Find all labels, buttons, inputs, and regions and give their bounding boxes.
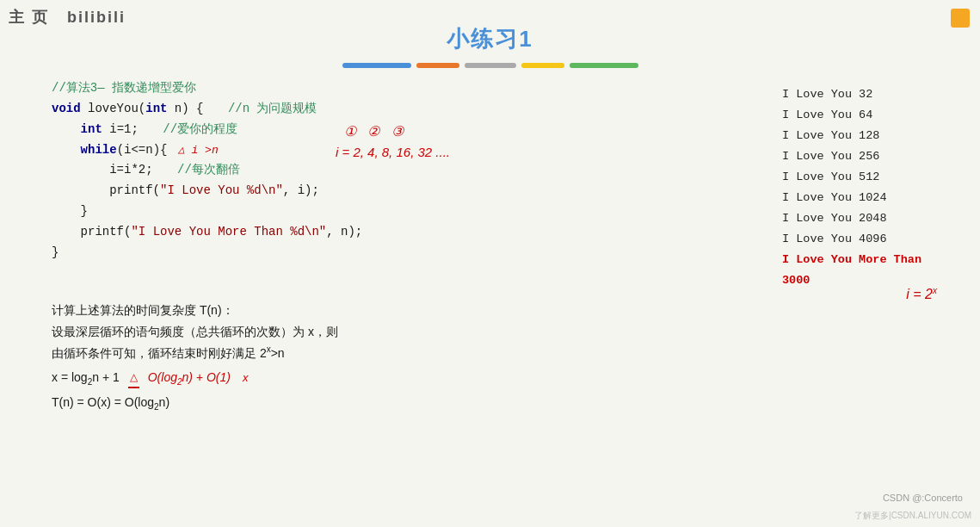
complexity-line3: 由循环条件可知，循环结束时刚好满足 2x>n (52, 342, 928, 363)
output-panel: I Love You 32 I Love You 64 I Love You 1… (765, 80, 954, 291)
code-line-7: printf("I Love You More Than %d\n", n); (52, 222, 765, 243)
page-title: 小练习1 (0, 24, 980, 54)
code-block: void loveYou(int n) { //n 为问题规模 int i=1;… (52, 99, 765, 263)
code-line-6: } (52, 202, 765, 222)
output-item-4: I Love You 256 (782, 146, 954, 167)
color-bars-row (0, 63, 980, 68)
code-line-8: } (52, 243, 765, 264)
code-line-5: printf("I Love You %d\n", i); (52, 181, 765, 202)
handwritten-sequence: i = 2, 4, 8, 16, 32 .... (336, 145, 450, 159)
bar-blue (342, 63, 411, 68)
output-item-7: I Love You 2048 (782, 208, 954, 229)
handwritten-big-o: O(log2n) + O(1) (148, 367, 231, 389)
output-item-6: I Love You 1024 (782, 188, 954, 208)
code-panel: //算法3— 指数递增型爱你 void loveYou(int n) { //n… (52, 80, 765, 291)
bottom-url-watermark: 了解更多|CSDN.ALIYUN.COM (854, 510, 971, 522)
code-line-4: i=i*2; //每次翻倍 (52, 160, 765, 181)
math-formula-row: x = log2n + 1 △ O(log2n) + O(1) x (52, 367, 928, 389)
x-label: x (243, 369, 249, 388)
comment-i: //爱你的程度 (163, 122, 237, 136)
bottom-section: 计算上述算法的时间复杂度 T(n)： 设最深层循环的语句频度（总共循环的次数）为… (0, 291, 980, 414)
output-item-8: I Love You 4096 (782, 229, 954, 250)
handwritten-while-annotation: △ i >n (178, 144, 219, 157)
bar-yellow (521, 63, 564, 68)
orange-indicator (951, 9, 970, 28)
handwritten-circles: ① ② ③ (344, 123, 404, 140)
comment-double: //每次翻倍 (177, 163, 240, 177)
bar-gray (465, 63, 516, 68)
csdn-watermark: CSDN @:Concerto (883, 493, 963, 503)
void-keyword: void (52, 102, 88, 115)
bar-green (570, 63, 638, 68)
output-item-2: I Love You 64 (782, 105, 954, 126)
output-item-1: I Love You 32 (782, 84, 954, 105)
complexity-line1: 计算上述算法的时间复杂度 T(n)： (52, 300, 928, 321)
code-comment-line1: //算法3— 指数递增型爱你 (52, 80, 765, 96)
bar-orange (416, 63, 459, 68)
csdn-label: CSDN @:Concerto (883, 493, 963, 503)
complexity-line2: 设最深层循环的语句频度（总共循环的次数）为 x，则 (52, 321, 928, 343)
watermark-logo: 主 页 bilibili (9, 7, 126, 28)
comment-n: //n 为问题规模 (228, 102, 317, 115)
output-list: I Love You 32 I Love You 64 I Love You 1… (782, 84, 954, 291)
output-item-3: I Love You 128 (782, 126, 954, 146)
output-item-5: I Love You 512 (782, 167, 954, 188)
code-line-1: void loveYou(int n) { //n 为问题规模 (52, 99, 765, 120)
main-content: //算法3— 指数递增型爱你 void loveYou(int n) { //n… (0, 80, 980, 291)
code-line-2: int i=1; //爱你的程度 (52, 120, 765, 140)
complexity-final: T(n) = O(x) = O(log2n) (52, 392, 928, 414)
underline-annotation: △ (128, 369, 139, 388)
handwritten-power-formula: i = 2x (906, 282, 937, 307)
